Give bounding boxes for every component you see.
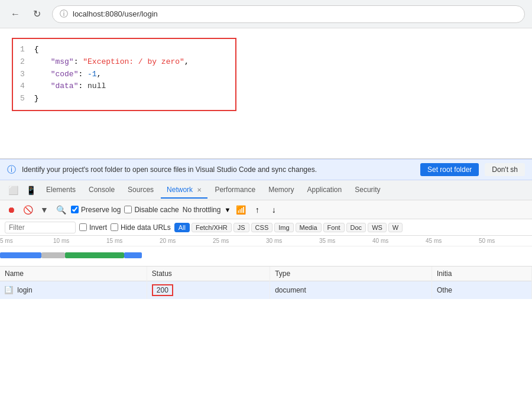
row-name-text: login	[17, 286, 32, 294]
status-badge: 200	[152, 284, 173, 296]
nav-buttons: ← ↻	[7, 6, 45, 22]
col-type[interactable]: Type	[270, 267, 432, 281]
filter-tag-w[interactable]: W	[388, 223, 403, 232]
download-icon[interactable]: ↓	[267, 203, 280, 216]
devtools-info-bar: ⓘ Identify your project's root folder to…	[0, 159, 532, 180]
back-button[interactable]: ←	[7, 6, 24, 22]
tab-console[interactable]: Console	[83, 182, 121, 199]
filter-input[interactable]	[5, 222, 76, 233]
table-header-row: Name Status Type Initia	[0, 267, 532, 281]
tick-35ms: 35 ms	[319, 238, 335, 244]
json-line-2: 2 "msg": "Exception: / by zero",	[20, 56, 228, 69]
col-status[interactable]: Status	[147, 267, 270, 281]
upload-icon[interactable]: ↑	[251, 203, 264, 216]
line-num-3: 3	[20, 70, 25, 79]
file-icon: 📄	[5, 286, 13, 294]
hide-data-urls-label[interactable]: Hide data URLs	[111, 223, 171, 232]
clear-button[interactable]: 🚫	[21, 203, 34, 216]
json-line-5: 5}	[20, 93, 228, 105]
refresh-button[interactable]: ↻	[28, 6, 45, 22]
filter-tag-all[interactable]: All	[174, 223, 190, 232]
invert-checkbox[interactable]	[79, 223, 87, 231]
row-type: document	[270, 281, 432, 300]
network-toolbar: ⏺ 🚫 ▼ 🔍 Preserve log Disable cache No th…	[0, 200, 532, 219]
tab-sources[interactable]: Sources	[122, 182, 160, 199]
devtools-dock-button[interactable]: ⬜	[5, 182, 21, 199]
tab-security[interactable]: Security	[349, 182, 386, 199]
json-key-code: "code"	[51, 70, 79, 79]
json-response-block: 1{ 2 "msg": "Exception: / by zero", 3 "c…	[12, 38, 236, 111]
filter-tags: All Fetch/XHR JS CSS Img Media Font Doc …	[174, 223, 403, 232]
filter-tag-font[interactable]: Font	[323, 223, 345, 232]
filter-tag-fetch[interactable]: Fetch/XHR	[192, 223, 232, 232]
filter-tag-doc[interactable]: Doc	[346, 223, 366, 232]
tab-performance[interactable]: Performance	[209, 182, 261, 199]
devtools-panel: ⓘ Identify your project's root folder to…	[0, 158, 532, 299]
hide-data-urls-text: Hide data URLs	[121, 223, 171, 232]
disable-cache-label[interactable]: Disable cache	[124, 206, 179, 214]
row-status: 200	[147, 281, 270, 300]
timeline-bar-gray	[41, 252, 65, 258]
tick-50ms: 50 ms	[479, 238, 495, 244]
json-val-msg: "Exception: / by zero"	[83, 57, 184, 66]
tab-memory[interactable]: Memory	[262, 182, 300, 199]
tick-5ms: 5 ms	[0, 238, 13, 244]
timeline-area: 5 ms 10 ms 15 ms 20 ms 25 ms 30 ms 35 ms…	[0, 236, 532, 267]
disable-cache-checkbox[interactable]	[124, 206, 132, 213]
search-button[interactable]: 🔍	[54, 203, 67, 216]
address-info-icon: ⓘ	[60, 9, 68, 20]
filter-tag-media[interactable]: Media	[296, 223, 322, 232]
filter-tag-css[interactable]: CSS	[251, 223, 273, 232]
tab-network-close-icon[interactable]: ✕	[197, 187, 202, 193]
filter-tag-ws[interactable]: WS	[368, 223, 387, 232]
line-num-4: 4	[20, 82, 25, 90]
page-content: 1{ 2 "msg": "Exception: / by zero", 3 "c…	[0, 28, 532, 158]
hide-data-urls-checkbox[interactable]	[111, 223, 118, 231]
url-text: localhost:8080/user/login	[73, 9, 158, 18]
col-initiator[interactable]: Initia	[432, 267, 531, 281]
tab-network[interactable]: Network ✕	[161, 182, 207, 199]
tick-25ms: 25 ms	[213, 238, 229, 244]
info-bar-icon: ⓘ	[7, 164, 16, 176]
timeline-ruler: 5 ms 10 ms 15 ms 20 ms 25 ms 30 ms 35 ms…	[0, 236, 532, 246]
tab-application[interactable]: Application	[301, 182, 348, 199]
json-val-data: null	[87, 82, 106, 90]
tick-45ms: 45 ms	[426, 238, 442, 244]
record-button[interactable]: ⏺	[5, 203, 18, 216]
timeline-bars	[0, 248, 532, 267]
address-bar[interactable]: ⓘ localhost:8080/user/login	[52, 5, 525, 23]
wifi-icon[interactable]: 📶	[234, 203, 247, 216]
filter-button[interactable]: ▼	[38, 203, 51, 216]
throttle-value: No throttling	[183, 206, 221, 214]
preserve-log-checkbox[interactable]	[71, 206, 79, 213]
set-root-folder-button[interactable]: Set root folder	[420, 163, 479, 176]
preserve-log-text: Preserve log	[81, 206, 121, 214]
json-brace-close: }	[34, 94, 39, 103]
timeline-bar-green	[65, 252, 124, 258]
tick-10ms: 10 ms	[53, 238, 69, 244]
tick-40ms: 40 ms	[372, 238, 388, 244]
invert-label[interactable]: Invert	[79, 223, 107, 232]
table-row[interactable]: 📄 login 200 document Othe	[0, 281, 532, 300]
dont-show-button[interactable]: Don't sh	[485, 163, 525, 176]
filter-tag-img[interactable]: Img	[274, 223, 293, 232]
filter-tag-js[interactable]: JS	[233, 223, 249, 232]
disable-cache-text: Disable cache	[134, 206, 179, 214]
json-key-msg: "msg"	[51, 57, 74, 66]
json-brace-open: {	[34, 45, 39, 54]
line-num-2: 2	[20, 57, 25, 66]
browser-chrome: ← ↻ ⓘ localhost:8080/user/login	[0, 0, 532, 28]
throttle-arrow-icon[interactable]: ▼	[224, 206, 231, 213]
json-colon-1: :	[74, 57, 83, 66]
row-initiator: Othe	[432, 281, 531, 300]
devtools-device-button[interactable]: 📱	[22, 182, 39, 199]
tick-15ms: 15 ms	[106, 238, 122, 244]
preserve-log-label[interactable]: Preserve log	[71, 206, 121, 214]
timeline-bar-blue	[0, 252, 41, 258]
tab-elements[interactable]: Elements	[40, 182, 82, 199]
info-bar-text: Identify your project's root folder to o…	[22, 165, 317, 174]
timeline-bar-blue2	[124, 252, 142, 258]
tick-20ms: 20 ms	[160, 238, 176, 244]
invert-text: Invert	[89, 223, 107, 232]
col-name[interactable]: Name	[0, 267, 147, 281]
